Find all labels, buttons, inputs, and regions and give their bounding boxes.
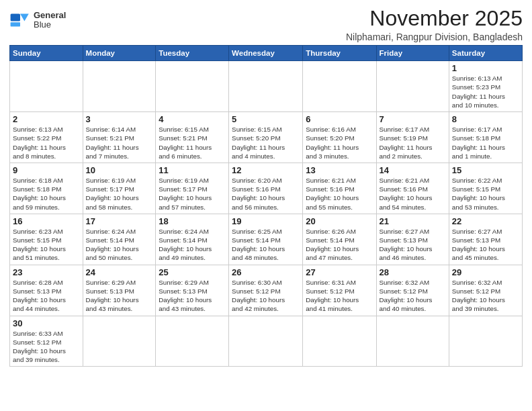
day-number: 26 bbox=[232, 267, 300, 277]
day-number: 25 bbox=[159, 267, 226, 277]
location: Nilphamari, Rangpur Division, Bangladesh bbox=[346, 32, 523, 42]
day-info: Sunrise: 6:26 AM Sunset: 5:14 PM Dayligh… bbox=[306, 227, 373, 263]
month-title: November 2025 bbox=[346, 7, 523, 30]
day-number: 20 bbox=[306, 216, 373, 226]
calendar-cell: 13Sunrise: 6:21 AM Sunset: 5:16 PM Dayli… bbox=[303, 163, 376, 214]
day-info: Sunrise: 6:21 AM Sunset: 5:16 PM Dayligh… bbox=[306, 176, 373, 212]
day-info: Sunrise: 6:18 AM Sunset: 5:18 PM Dayligh… bbox=[13, 176, 80, 212]
week-row-4: 23Sunrise: 6:28 AM Sunset: 5:13 PM Dayli… bbox=[10, 265, 523, 316]
svg-rect-0 bbox=[11, 13, 20, 21]
week-row-3: 16Sunrise: 6:23 AM Sunset: 5:15 PM Dayli… bbox=[10, 214, 523, 265]
day-number: 16 bbox=[13, 216, 80, 226]
day-info: Sunrise: 6:27 AM Sunset: 5:13 PM Dayligh… bbox=[452, 227, 519, 263]
calendar-cell: 23Sunrise: 6:28 AM Sunset: 5:13 PM Dayli… bbox=[10, 265, 83, 316]
day-info: Sunrise: 6:17 AM Sunset: 5:19 PM Dayligh… bbox=[380, 125, 446, 161]
logo-icon bbox=[9, 9, 31, 31]
day-number: 4 bbox=[159, 114, 226, 124]
calendar-cell: 27Sunrise: 6:31 AM Sunset: 5:12 PM Dayli… bbox=[303, 265, 376, 316]
day-number: 21 bbox=[380, 216, 446, 226]
day-number: 29 bbox=[452, 267, 519, 277]
logo: General Blue bbox=[9, 9, 66, 31]
calendar-cell bbox=[376, 316, 449, 367]
day-info: Sunrise: 6:22 AM Sunset: 5:15 PM Dayligh… bbox=[452, 176, 519, 212]
calendar-cell: 12Sunrise: 6:20 AM Sunset: 5:16 PM Dayli… bbox=[229, 163, 303, 214]
day-header-friday: Friday bbox=[376, 46, 449, 61]
calendar-cell bbox=[83, 316, 156, 367]
page: General Blue November 2025 Nilphamari, R… bbox=[0, 0, 532, 411]
calendar-cell: 5Sunrise: 6:15 AM Sunset: 5:20 PM Daylig… bbox=[229, 112, 303, 163]
day-info: Sunrise: 6:15 AM Sunset: 5:20 PM Dayligh… bbox=[232, 125, 300, 161]
day-number: 27 bbox=[306, 267, 373, 277]
day-info: Sunrise: 6:24 AM Sunset: 5:14 PM Dayligh… bbox=[159, 227, 226, 263]
calendar-cell bbox=[229, 61, 303, 112]
day-number: 8 bbox=[452, 114, 519, 124]
calendar-cell bbox=[376, 61, 449, 112]
calendar-cell bbox=[303, 61, 376, 112]
day-header-sunday: Sunday bbox=[10, 46, 83, 61]
calendar-cell: 18Sunrise: 6:24 AM Sunset: 5:14 PM Dayli… bbox=[156, 214, 229, 265]
calendar-cell bbox=[156, 61, 229, 112]
week-row-0: 1Sunrise: 6:13 AM Sunset: 5:23 PM Daylig… bbox=[10, 61, 523, 112]
calendar-cell: 10Sunrise: 6:19 AM Sunset: 5:17 PM Dayli… bbox=[83, 163, 156, 214]
calendar: SundayMondayTuesdayWednesdayThursdayFrid… bbox=[9, 45, 523, 367]
day-number: 6 bbox=[306, 114, 373, 124]
day-info: Sunrise: 6:31 AM Sunset: 5:12 PM Dayligh… bbox=[306, 278, 373, 314]
svg-marker-1 bbox=[20, 13, 29, 21]
day-number: 3 bbox=[86, 114, 153, 124]
calendar-cell: 2Sunrise: 6:13 AM Sunset: 5:22 PM Daylig… bbox=[10, 112, 83, 163]
day-number: 2 bbox=[13, 114, 80, 124]
day-number: 13 bbox=[306, 165, 373, 175]
calendar-cell: 26Sunrise: 6:30 AM Sunset: 5:12 PM Dayli… bbox=[229, 265, 303, 316]
day-info: Sunrise: 6:32 AM Sunset: 5:12 PM Dayligh… bbox=[380, 278, 446, 314]
calendar-cell: 9Sunrise: 6:18 AM Sunset: 5:18 PM Daylig… bbox=[10, 163, 83, 214]
day-number: 23 bbox=[13, 267, 80, 277]
day-info: Sunrise: 6:27 AM Sunset: 5:13 PM Dayligh… bbox=[380, 227, 446, 263]
calendar-cell: 19Sunrise: 6:25 AM Sunset: 5:14 PM Dayli… bbox=[229, 214, 303, 265]
calendar-cell: 1Sunrise: 6:13 AM Sunset: 5:23 PM Daylig… bbox=[449, 61, 522, 112]
day-number: 17 bbox=[86, 216, 153, 226]
svg-rect-2 bbox=[11, 22, 20, 26]
day-info: Sunrise: 6:20 AM Sunset: 5:16 PM Dayligh… bbox=[232, 176, 300, 212]
calendar-cell bbox=[449, 316, 522, 367]
calendar-cell bbox=[83, 61, 156, 112]
day-number: 9 bbox=[13, 165, 80, 175]
day-header-monday: Monday bbox=[83, 46, 156, 61]
logo-text: General Blue bbox=[34, 11, 66, 30]
day-number: 7 bbox=[380, 114, 446, 124]
day-info: Sunrise: 6:32 AM Sunset: 5:12 PM Dayligh… bbox=[452, 278, 519, 314]
calendar-cell: 11Sunrise: 6:19 AM Sunset: 5:17 PM Dayli… bbox=[156, 163, 229, 214]
day-number: 18 bbox=[159, 216, 226, 226]
calendar-cell: 6Sunrise: 6:16 AM Sunset: 5:20 PM Daylig… bbox=[303, 112, 376, 163]
day-number: 5 bbox=[232, 114, 300, 124]
week-row-1: 2Sunrise: 6:13 AM Sunset: 5:22 PM Daylig… bbox=[10, 112, 523, 163]
calendar-cell: 8Sunrise: 6:17 AM Sunset: 5:18 PM Daylig… bbox=[449, 112, 522, 163]
calendar-cell: 22Sunrise: 6:27 AM Sunset: 5:13 PM Dayli… bbox=[449, 214, 522, 265]
calendar-cell: 29Sunrise: 6:32 AM Sunset: 5:12 PM Dayli… bbox=[449, 265, 522, 316]
calendar-cell: 25Sunrise: 6:29 AM Sunset: 5:13 PM Dayli… bbox=[156, 265, 229, 316]
calendar-cell: 24Sunrise: 6:29 AM Sunset: 5:13 PM Dayli… bbox=[83, 265, 156, 316]
day-number: 24 bbox=[86, 267, 153, 277]
day-info: Sunrise: 6:21 AM Sunset: 5:16 PM Dayligh… bbox=[380, 176, 446, 212]
title-block: November 2025 Nilphamari, Rangpur Divisi… bbox=[346, 7, 523, 42]
day-number: 12 bbox=[232, 165, 300, 175]
day-info: Sunrise: 6:15 AM Sunset: 5:21 PM Dayligh… bbox=[159, 125, 226, 161]
day-info: Sunrise: 6:30 AM Sunset: 5:12 PM Dayligh… bbox=[232, 278, 300, 314]
day-info: Sunrise: 6:24 AM Sunset: 5:14 PM Dayligh… bbox=[86, 227, 153, 263]
calendar-cell: 21Sunrise: 6:27 AM Sunset: 5:13 PM Dayli… bbox=[376, 214, 449, 265]
day-header-thursday: Thursday bbox=[303, 46, 376, 61]
calendar-cell: 14Sunrise: 6:21 AM Sunset: 5:16 PM Dayli… bbox=[376, 163, 449, 214]
calendar-cell: 4Sunrise: 6:15 AM Sunset: 5:21 PM Daylig… bbox=[156, 112, 229, 163]
calendar-cell: 17Sunrise: 6:24 AM Sunset: 5:14 PM Dayli… bbox=[83, 214, 156, 265]
day-number: 10 bbox=[86, 165, 153, 175]
day-info: Sunrise: 6:14 AM Sunset: 5:21 PM Dayligh… bbox=[86, 125, 153, 161]
day-number: 22 bbox=[452, 216, 519, 226]
day-number: 30 bbox=[13, 318, 80, 328]
day-header-saturday: Saturday bbox=[449, 46, 522, 61]
day-info: Sunrise: 6:16 AM Sunset: 5:20 PM Dayligh… bbox=[306, 125, 373, 161]
calendar-cell: 3Sunrise: 6:14 AM Sunset: 5:21 PM Daylig… bbox=[83, 112, 156, 163]
day-header-tuesday: Tuesday bbox=[156, 46, 229, 61]
day-header-wednesday: Wednesday bbox=[229, 46, 303, 61]
day-number: 14 bbox=[380, 165, 446, 175]
calendar-cell bbox=[156, 316, 229, 367]
calendar-cell bbox=[10, 61, 83, 112]
